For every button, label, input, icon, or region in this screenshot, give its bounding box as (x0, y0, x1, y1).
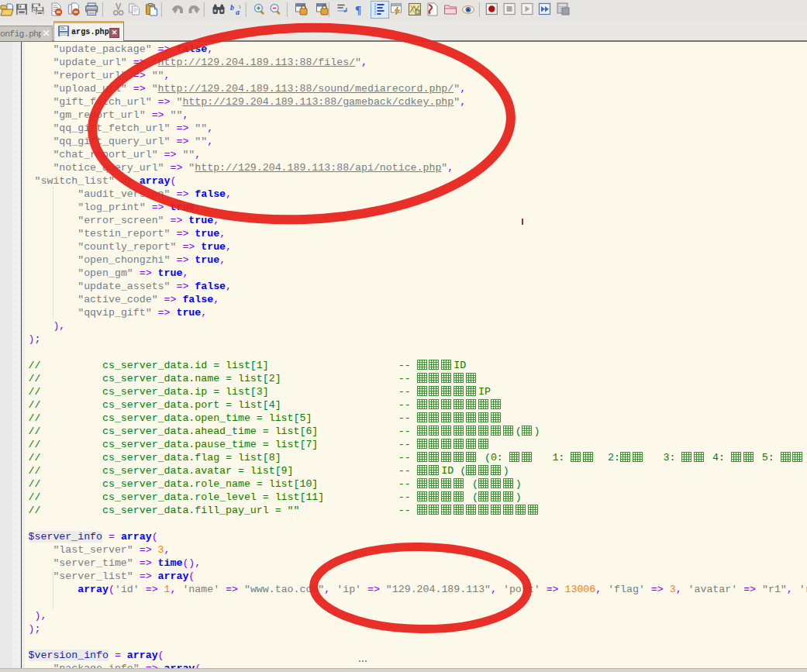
svg-text:a: a (236, 8, 240, 16)
svg-text:¶: ¶ (355, 4, 361, 16)
svg-text:b: b (230, 3, 234, 12)
